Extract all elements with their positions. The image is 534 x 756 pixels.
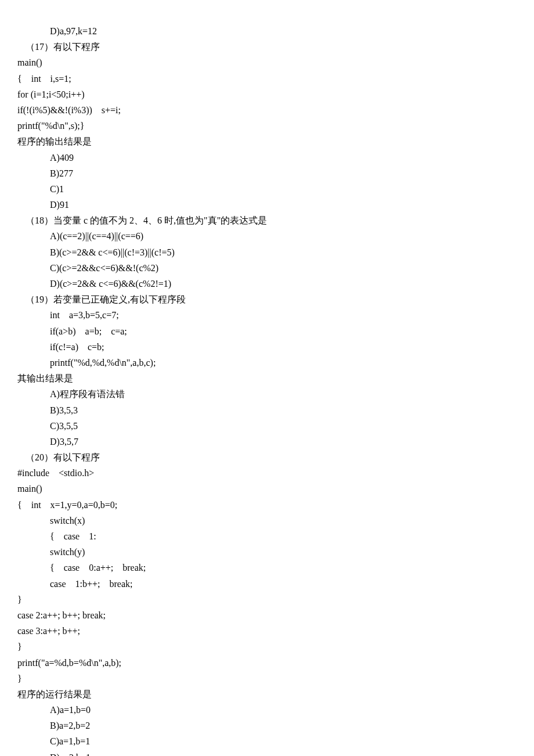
text-line: B)3,5,3 xyxy=(17,402,517,418)
text-line: #include <stdio.h> xyxy=(17,465,517,481)
text-line: D)a=2,b=1 xyxy=(17,750,517,756)
text-line: C)a=1,b=1 xyxy=(17,733,517,749)
text-line: case 1:b++; break; xyxy=(17,576,517,592)
text-line: （18）当变量 c 的值不为 2、4、6 时,值也为"真"的表达式是 xyxy=(17,213,517,228)
text-line: { case 0:a++; break; xyxy=(17,560,517,575)
text-line: if(c!=a) c=b; xyxy=(17,339,517,355)
text-line: A)(c==2)||(c==4)||(c==6) xyxy=(17,228,517,244)
text-line: } xyxy=(17,639,517,654)
text-line: { int i,s=1; xyxy=(17,71,517,87)
text-line: 程序的运行结果是 xyxy=(17,686,517,702)
text-line: C)(c>=2&&c<=6)&&!(c%2) xyxy=(17,260,517,276)
text-line: printf("%d\n",s);} xyxy=(17,118,517,134)
text-line: { int x=1,y=0,a=0,b=0; xyxy=(17,497,517,513)
text-line: int a=3,b=5,c=7; xyxy=(17,307,517,323)
text-line: if(a>b) a=b; c=a; xyxy=(17,323,517,339)
text-line: A)程序段有语法错 xyxy=(17,386,517,402)
text-line: { case 1: xyxy=(17,528,517,544)
text-line: switch(y) xyxy=(17,544,517,560)
text-line: D)(c>=2&& c<=6)&&(c%2!=1) xyxy=(17,276,517,291)
text-line: for (i=1;i<50;i++) xyxy=(17,87,517,102)
text-line: （19）若变量已正确定义,有以下程序段 xyxy=(17,291,517,307)
text-line: （20）有以下程序 xyxy=(17,449,517,465)
document-body: D)a,97,k=12（17）有以下程序main(){ int i,s=1;fo… xyxy=(17,23,517,756)
text-line: （17）有以下程序 xyxy=(17,39,517,55)
text-line: 其输出结果是 xyxy=(17,370,517,386)
text-line: if(!(i%5)&&!(i%3)) s+=i; xyxy=(17,102,517,118)
text-line: } xyxy=(17,671,517,686)
text-line: printf("a=%d,b=%d\n",a,b); xyxy=(17,655,517,671)
text-line: D)3,5,7 xyxy=(17,434,517,449)
text-line: B)a=2,b=2 xyxy=(17,718,517,733)
text-line: } xyxy=(17,592,517,607)
text-line: 程序的输出结果是 xyxy=(17,134,517,149)
text-line: C)3,5,5 xyxy=(17,418,517,434)
text-line: B)(c>=2&& c<=6)||(c!=3)||(c!=5) xyxy=(17,244,517,260)
text-line: A)409 xyxy=(17,150,517,165)
text-line: D)a,97,k=12 xyxy=(17,23,517,39)
text-line: main() xyxy=(17,481,517,496)
text-line: printf("%d,%d,%d\n",a,b,c); xyxy=(17,355,517,370)
text-line: D)91 xyxy=(17,197,517,213)
text-line: B)277 xyxy=(17,165,517,181)
text-line: main() xyxy=(17,55,517,70)
text-line: case 2:a++; b++; break; xyxy=(17,607,517,623)
text-line: case 3:a++; b++; xyxy=(17,623,517,639)
text-line: switch(x) xyxy=(17,513,517,528)
text-line: C)1 xyxy=(17,181,517,197)
text-line: A)a=1,b=0 xyxy=(17,702,517,718)
